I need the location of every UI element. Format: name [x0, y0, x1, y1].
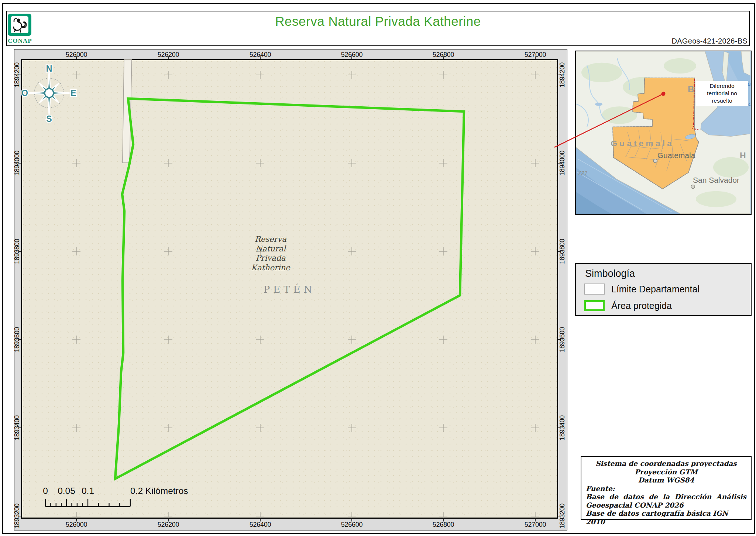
x-axis-label-bottom: 526800 — [433, 521, 454, 529]
map-document-page: Reserva Natural Privada Katherine DAGeos… — [0, 0, 756, 536]
depth-label: 721 — [578, 170, 588, 176]
y-axis-label-left: 1894000 — [13, 151, 21, 176]
belize-partial-label: B — [688, 84, 694, 94]
inset-map-graphic: B Guatemala Guatemala San Salvador 721 G… — [576, 51, 750, 214]
credits-box: Sistema de coordenadas proyectadas Proye… — [581, 456, 752, 520]
capital-city-dot — [653, 159, 657, 163]
y-axis-label-right: 1893800 — [559, 239, 566, 264]
y-axis-label-right: 1894200 — [559, 62, 566, 87]
callout-line: Diferendo — [696, 82, 748, 90]
reserve-name-label: Reserva Natural Privada Katherine — [251, 235, 290, 272]
y-axis-label-right: 1894000 — [559, 151, 566, 176]
credits-source-2: Base de datos cartografía básica IGN 201… — [586, 509, 746, 526]
inset-locator-map: B Guatemala Guatemala San Salvador 721 G… — [575, 51, 752, 215]
legend-item-label: Límite Departamental — [611, 284, 700, 295]
x-axis-label-bottom: 527000 — [525, 521, 546, 529]
y-axis-label-right: 1893200 — [559, 504, 566, 529]
y-axis-label-left: 1894200 — [13, 62, 21, 87]
conap-logo: CONAP — [7, 13, 32, 44]
territorial-dispute-callout: Diferendo territorial no resuelto — [696, 81, 748, 106]
reserve-label-line: Privada — [251, 254, 290, 263]
y-axis-label-left: 1893800 — [13, 239, 21, 264]
callout-line: resuelto — [696, 97, 748, 104]
x-axis-label-bottom: 526600 — [341, 521, 362, 529]
y-axis-label-left: 1893600 — [13, 327, 21, 352]
legend-item-label: Área protegida — [611, 300, 672, 311]
x-axis-label-top: 526600 — [341, 51, 362, 59]
scale-label-01: 0.1 — [82, 486, 94, 496]
scale-label-005: 0.05 — [58, 486, 75, 496]
credits-projection-title: Sistema de coordenadas proyectadas — [586, 460, 746, 468]
scale-label-02-unit: 0.2 Kilómetros — [130, 486, 188, 496]
protected-area-swatch — [584, 300, 605, 311]
department-limit-swatch — [584, 284, 605, 295]
reserve-label-line: Natural — [251, 244, 290, 254]
scale-label-0: 0 — [43, 486, 48, 496]
callout-line: territorial no — [696, 90, 748, 97]
legend-title: Simbología — [585, 268, 635, 279]
x-axis-label-bottom: 526200 — [158, 521, 179, 529]
page-title: Reserva Natural Privada Katherine — [0, 14, 756, 29]
san-salvador-dot — [691, 185, 695, 189]
legend-box: Simbología Límite Departamental Área pro… — [575, 263, 752, 316]
conap-logo-caption: CONAP — [7, 37, 32, 45]
city-label-san-salvador: San Salvador — [693, 176, 739, 184]
x-axis-label-top: 526000 — [66, 51, 87, 59]
department-name-label: PETÉN — [264, 284, 316, 295]
credits-source-heading: Fuente: — [586, 485, 746, 493]
reserve-label-line: Reserva — [251, 235, 290, 244]
credits-source-1: Base de datos de la Dirección Análisis G… — [586, 493, 746, 509]
country-label-guatemala: Guatemala — [611, 138, 674, 148]
y-axis-label-left: 1893200 — [13, 504, 21, 529]
conap-monkey-icon — [7, 13, 32, 37]
x-axis-label-top: 526800 — [433, 51, 454, 59]
x-axis-label-top: 527000 — [525, 51, 546, 59]
y-axis-label-left: 1893400 — [13, 415, 21, 440]
honduras-partial-label: H o — [740, 150, 750, 160]
capital-label-guatemala: Guatemala — [657, 151, 695, 159]
credits-datum: Datum WGS84 — [586, 476, 746, 485]
document-code: DAGeos-421-2026-BS — [671, 37, 748, 45]
y-axis-label-right: 1893400 — [559, 415, 566, 440]
scale-bar: 0 0.05 0.1 0.2 Kilómetros — [37, 486, 199, 512]
credits-projection: Proyección GTM — [586, 468, 746, 477]
x-axis-label-bottom: 526400 — [250, 521, 271, 529]
x-axis-label-top: 526400 — [250, 51, 271, 59]
reserve-label-line: Katherine — [251, 263, 290, 273]
x-axis-label-top: 526200 — [158, 51, 179, 59]
y-axis-label-right: 1893600 — [559, 327, 566, 352]
x-axis-label-bottom: 526000 — [66, 521, 87, 529]
